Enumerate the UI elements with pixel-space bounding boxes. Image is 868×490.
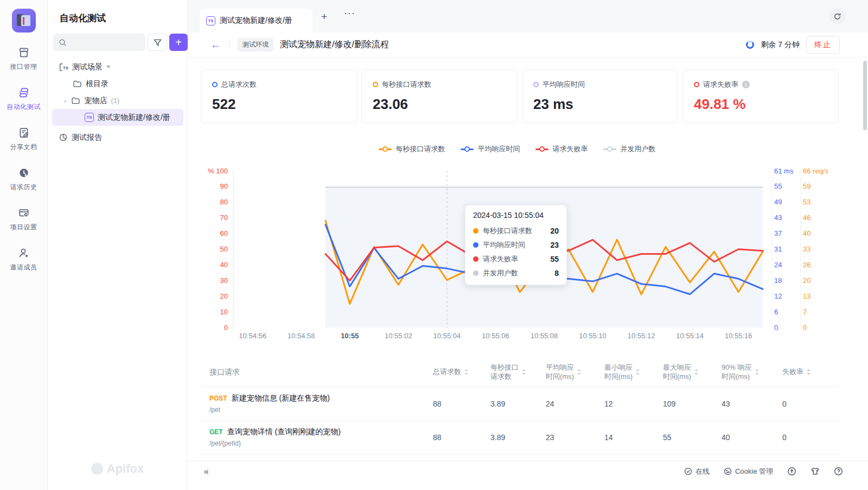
axis-tick-label: 0 [803,324,807,332]
legend-label: 平均响应时间 [478,144,520,154]
tree-folder-petstore[interactable]: ⌄ 宠物店 (1) [48,92,188,109]
cookie-label: Cookie 管理 [735,467,773,476]
table-cell: 24 [539,399,598,408]
sort-icon[interactable] [806,369,811,376]
axis-tick-label: 0 [774,324,778,332]
table-cell: 0 [776,433,839,442]
axis-tick-label: 26 [803,261,810,269]
table-header-row: 接口请求总请求数每秒接口请求数平均响应时间(ms)最小响应时间(ms)最大响应时… [201,358,839,387]
tab-test-scenario[interactable]: TS 测试宠物新建/修改/册 [200,9,312,33]
sidebar-item-label: 请求历史 [10,183,37,192]
table-cell: 109 [656,399,715,408]
new-test-scenario-button[interactable]: + [169,34,188,51]
info-icon[interactable]: i [742,81,750,88]
left-rail: 接口管理自动化测试分享文档请求历史项目设置邀请成员 [0,0,48,490]
axis-tick-label: 10:55:12 [628,332,655,340]
column-header[interactable]: 90% 响应时间(ms) [715,363,776,382]
sort-icon[interactable] [577,369,582,376]
column-header-label: 失败率 [782,368,803,376]
table-cell: 14 [598,433,656,442]
filter-icon [154,38,162,47]
column-header[interactable]: 总请求数 [426,363,484,382]
table-cell: 0 [776,399,839,408]
column-header[interactable]: 平均响应时间(ms) [539,363,598,382]
sidebar-item-project-settings[interactable]: 项目设置 [2,207,46,232]
tab-more-button[interactable]: ··· [344,8,355,19]
axis-tick-label: 80 [220,198,228,206]
metric-value: 23.06 [373,96,506,113]
chevron-down-icon[interactable]: ⌄ [63,98,67,103]
search-input[interactable] [53,34,145,51]
new-tab-button[interactable]: + [321,11,327,23]
axis-tick-label: 10:55:08 [531,332,558,340]
tree-section-scenarios[interactable]: TS 测试场景 [48,59,188,75]
sort-icon[interactable] [755,369,760,376]
table-row[interactable]: POST新建宠物信息 (新建在售宠物)/pet883.892412109430 [201,387,839,421]
metric-cards: 总请求次数522每秒接口请求数23.06平均响应时间23 ms请求失败率i49.… [201,69,839,124]
sort-icon[interactable] [464,369,469,376]
online-status[interactable]: 在线 [684,467,710,476]
sort-icon[interactable] [694,369,699,376]
online-label: 在线 [695,467,710,476]
metric-label: 总请求次数 [221,80,257,89]
back-button[interactable]: ← [210,39,221,51]
metric-card-2: 平均响应时间23 ms [522,69,678,124]
theme-shirt-icon[interactable] [810,467,820,476]
table-cell: 55 [656,433,715,442]
sort-icon[interactable] [635,369,640,376]
scenario-tree: TS 测试场景 根目录 ⌄ 宠物店 (1) TS 测试宠物新建/修改/册 测试报… [48,59,188,146]
upload-circle-icon[interactable] [787,467,796,476]
status-bar: « 在线 Cookie 管理 [188,461,868,481]
filter-button[interactable] [148,34,167,51]
metric-value: 23 ms [533,96,667,113]
axis-tick-label: 10:55:14 [676,332,704,340]
environment-badge[interactable]: 测试环境 [238,38,273,51]
tooltip-row: 并发用户数8 [473,266,559,280]
column-header[interactable]: 最大响应时间(ms) [656,363,715,382]
table-cell: 40 [715,433,776,442]
sidebar-item-api-management[interactable]: 接口管理 [2,47,46,72]
http-method-badge: POST [209,395,227,402]
sort-icon[interactable] [521,369,526,376]
table-cell: 3.89 [484,399,539,408]
sidebar-item-request-history[interactable]: 请求历史 [2,167,46,192]
axis-tick-label: 37 [774,229,782,237]
column-header[interactable]: 最小响应时间(ms) [598,363,656,382]
axis-tick-label: 10:55:16 [725,332,752,340]
endpoint-path: /pet [209,406,426,414]
column-header[interactable]: 每秒接口请求数 [484,363,539,382]
metric-ring-icon [533,82,539,87]
sidebar-item-automated-testing[interactable]: 自动化测试 [2,87,46,112]
legend-item[interactable]: 平均响应时间 [461,144,520,154]
cookie-manager[interactable]: Cookie 管理 [724,467,773,476]
collapse-sidebar-button[interactable]: « [204,467,209,476]
logo-shape [23,17,24,25]
sidebar-item-shared-docs[interactable]: 分享文档 [2,127,46,152]
column-header[interactable]: 失败率 [776,363,839,382]
legend-item[interactable]: 并发用户数 [603,144,656,154]
series-dot-icon [473,270,478,276]
project-settings-icon [18,207,30,219]
refresh-button[interactable] [829,8,845,24]
tree-case-selected[interactable]: TS 测试宠物新建/修改/册 [52,109,183,126]
legend-item[interactable]: 请求失败率 [535,144,588,154]
chart-tooltip: 2024-03-15 10:55:04 每秒接口请求数20平均响应时间23请求失… [465,205,567,285]
tree-test-reports[interactable]: 测试报告 [48,129,188,146]
check-circle-icon [684,467,692,475]
axis-tick-label: 49 [774,198,782,206]
legend-item[interactable]: 每秒接口请求数 [379,144,445,154]
axis-tick-label: 18 [774,276,782,285]
axis-tick-label: 10:55 [341,332,359,340]
tree-folder-root[interactable]: 根目录 [48,75,188,92]
vertical-scrollbar[interactable] [863,61,867,130]
help-icon[interactable] [834,467,843,476]
column-header-label: 最大响应时间(ms) [663,363,691,381]
metric-ring-icon [373,82,378,87]
apifox-logo-icon [91,463,103,475]
project-logo[interactable] [12,9,36,33]
stop-button[interactable]: 终止 [806,36,840,54]
sidebar-item-invite-members[interactable]: 邀请成员 [2,247,46,272]
table-row[interactable]: GET查询宠物详情 (查询刚刚建的宠物)/pet/{petId}883.8923… [201,421,839,454]
folder-icon [73,79,82,88]
run-title: 测试宠物新建/修改/删除流程 [280,39,389,50]
